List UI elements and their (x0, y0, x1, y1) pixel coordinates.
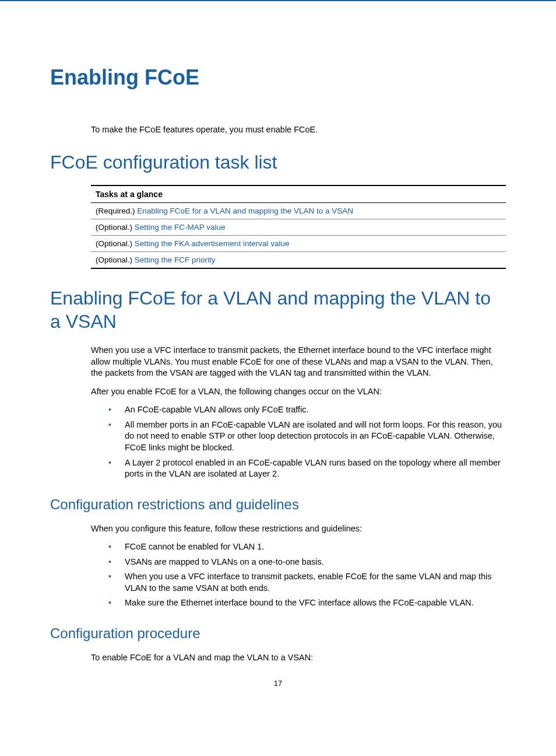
task-label: (Required.) (96, 206, 137, 215)
table-row: (Optional.) Setting the FKA advertisemen… (91, 236, 506, 252)
list-item: VSANs are mapped to VLANs on a one-to-on… (108, 556, 506, 568)
page-number: 17 (50, 679, 506, 688)
procedure-para: To enable FCoE for a VLAN and map the VL… (91, 652, 506, 664)
table-row: (Optional.) Setting the FC-MAP value (91, 219, 506, 236)
task-label: (Optional.) (96, 239, 135, 248)
task-label: (Optional.) (96, 256, 135, 264)
enable-bullets: An FCoE-capable VLAN allows only FCoE tr… (108, 404, 506, 480)
enable-para1: When you use a VFC interface to transmit… (91, 345, 506, 379)
list-item: Make sure the Ethernet interface bound t… (108, 597, 506, 609)
enable-para2: After you enable FCoE for a VLAN, the fo… (91, 386, 506, 398)
main-title: Enabling FCoE (50, 65, 506, 90)
task-link[interactable]: Setting the FCF priority (135, 256, 216, 264)
restrictions-para: When you configure this feature, follow … (91, 523, 506, 535)
list-item: All member ports in an FCoE-capable VLAN… (108, 419, 506, 454)
page-content: Enabling FCoE To make the FCoE features … (0, 0, 556, 711)
list-item: A Layer 2 protocol enabled in an FCoE-ca… (108, 457, 506, 480)
enable-heading: Enabling FCoE for a VLAN and mapping the… (50, 286, 506, 333)
tasks-table: Tasks at a glance (Required.) Enabling F… (91, 185, 506, 269)
task-link[interactable]: Enabling FCoE for a VLAN and mapping the… (137, 206, 353, 215)
restrictions-heading: Configuration restrictions and guideline… (50, 496, 506, 513)
task-list-heading: FCoE configuration task list (50, 152, 506, 173)
task-link[interactable]: Setting the FC-MAP value (135, 223, 226, 232)
table-row: (Required.) Enabling FCoE for a VLAN and… (91, 203, 506, 219)
list-item: An FCoE-capable VLAN allows only FCoE tr… (108, 404, 506, 416)
procedure-heading: Configuration procedure (50, 625, 506, 642)
task-label: (Optional.) (96, 223, 135, 232)
task-link[interactable]: Setting the FKA advertisement interval v… (135, 239, 290, 248)
intro-text: To make the FCoE features operate, you m… (91, 125, 506, 134)
list-item: When you use a VFC interface to transmit… (108, 571, 506, 594)
restrictions-bullets: FCoE cannot be enabled for VLAN 1. VSANs… (108, 541, 506, 609)
tasks-table-header: Tasks at a glance (91, 186, 506, 203)
list-item: FCoE cannot be enabled for VLAN 1. (108, 541, 506, 553)
table-row: (Optional.) Setting the FCF priority (91, 252, 506, 269)
